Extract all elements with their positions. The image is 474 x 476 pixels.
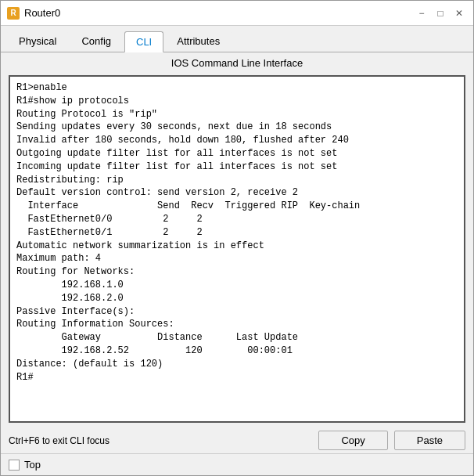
cli-output[interactable]: R1>enable R1#show ip protocols Routing P…	[10, 77, 464, 421]
window-title: Router0	[24, 7, 414, 19]
tab-cli[interactable]: CLI	[124, 31, 163, 52]
title-bar: R Router0 − □ ✕	[1, 1, 473, 26]
action-buttons: Copy Paste	[318, 431, 465, 450]
minimize-button[interactable]: −	[414, 5, 429, 21]
tab-attributes[interactable]: Attributes	[165, 31, 232, 52]
section-title: IOS Command Line Interface	[1, 52, 473, 72]
maximize-button[interactable]: □	[433, 5, 448, 21]
copy-button[interactable]: Copy	[318, 431, 387, 450]
bottom-bar: Ctrl+F6 to exit CLI focus Copy Paste	[1, 427, 473, 453]
tab-physical[interactable]: Physical	[7, 31, 68, 52]
cli-hint: Ctrl+F6 to exit CLI focus	[9, 435, 110, 446]
app-icon: R	[7, 7, 20, 20]
close-button[interactable]: ✕	[451, 5, 467, 21]
window-controls: − □ ✕	[414, 5, 467, 21]
tab-bar: Physical Config CLI Attributes	[1, 26, 473, 52]
paste-button[interactable]: Paste	[394, 431, 465, 450]
footer-bar: Top	[1, 453, 473, 475]
top-checkbox[interactable]	[9, 460, 20, 471]
tab-config[interactable]: Config	[70, 31, 123, 52]
top-label: Top	[24, 459, 41, 471]
main-window: R Router0 − □ ✕ Physical Config CLI Attr…	[0, 0, 474, 476]
cli-container: R1>enable R1#show ip protocols Routing P…	[9, 75, 465, 423]
